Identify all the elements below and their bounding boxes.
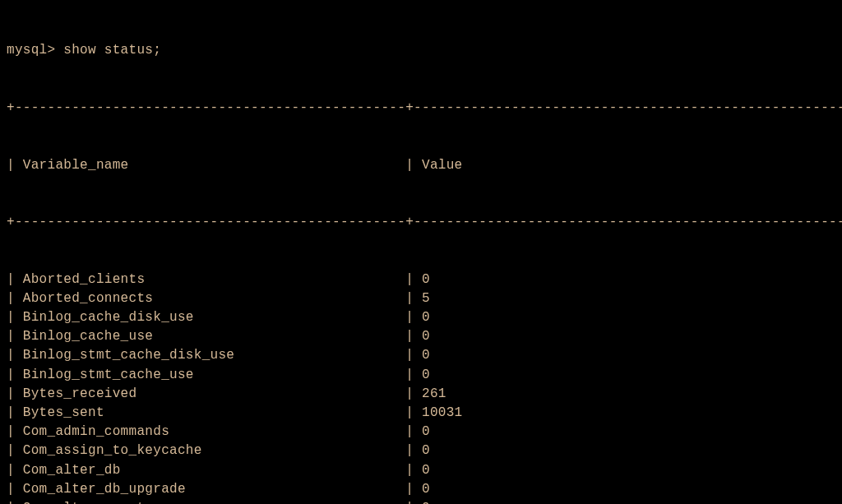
table-row: | Binlog_cache_disk_use | 0 |: [7, 308, 835, 327]
table-row: | Bytes_sent | 10031 |: [7, 404, 835, 423]
table-row: | Com_alter_event | 0 |: [7, 499, 835, 504]
table-row: | Binlog_stmt_cache_use | 0 |: [7, 366, 835, 385]
table-row: | Binlog_cache_use | 0 |: [7, 327, 835, 346]
table-row: | Com_alter_db | 0 |: [7, 461, 835, 480]
table-row: | Bytes_received | 261 |: [7, 385, 835, 404]
table-row: | Aborted_clients | 0 |: [7, 270, 835, 289]
table-rows: | Aborted_clients | 0 || Aborted_connect…: [7, 270, 835, 504]
separator-top: +---------------------------------------…: [7, 99, 835, 118]
table-row: | Com_assign_to_keycache | 0 |: [7, 442, 835, 460]
table-row: | Aborted_connects | 5 |: [7, 289, 835, 308]
mysql-prompt: mysql> show status;: [7, 43, 161, 58]
terminal-output: mysql> show status; +-------------------…: [7, 3, 835, 504]
separator-mid: +---------------------------------------…: [7, 213, 835, 232]
table-row: | Binlog_stmt_cache_disk_use | 0 |: [7, 346, 835, 365]
table-row: | Com_admin_commands | 0 |: [7, 423, 835, 442]
table-header: | Variable_name | Value |: [7, 156, 835, 175]
prompt-line: mysql> show status;: [7, 41, 835, 60]
table-row: | Com_alter_db_upgrade | 0 |: [7, 480, 835, 499]
